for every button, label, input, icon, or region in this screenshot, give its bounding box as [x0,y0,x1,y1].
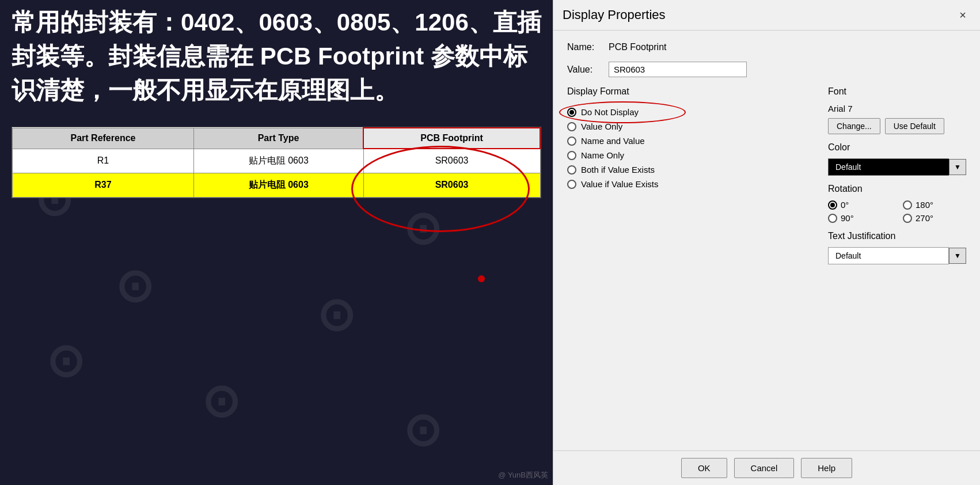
cell-footprint-r37: SR0603 [363,173,540,197]
font-label: Font [828,86,966,97]
radio-value-only[interactable]: Value Only [567,122,811,131]
dialog-footer: OK Cancel Help [553,450,980,485]
do-not-display-wrap: Do Not Display [567,107,639,117]
cell-ref-r1: R1 [13,149,194,173]
left-panel: 常用的封装有：0402、0603、0805、1206、直插封装等。封装信息需在 … [0,0,553,485]
parts-table-container: Part Reference Part Type PCB Footprint R… [12,127,541,198]
watermark-5: ⊙ [403,202,442,255]
radio-name-only-label: Name Only [581,150,624,160]
rotation-180-circle [903,200,912,210]
color-section: Color Default ▼ [828,142,966,176]
radio-value-if-value-exists[interactable]: Value if Value Exists [567,179,811,189]
table-row: R1 贴片电阻 0603 SR0603 [13,149,541,173]
help-button[interactable]: Help [801,458,852,478]
name-field-row: Name: PCB Footprint [567,42,966,52]
rotation-section: Rotation 0° 180° 90° [828,184,966,223]
rotation-grid: 0° 180° 90° 270° [828,200,966,223]
rotation-0[interactable]: 0° [828,200,891,210]
radio-both-if-value-exists[interactable]: Both if Value Exists [567,165,811,175]
rotation-90[interactable]: 90° [828,213,891,223]
cancel-button[interactable]: Cancel [734,458,795,478]
color-dropdown[interactable]: Default ▼ [828,158,966,176]
font-section: Font Arial 7 Change... Use Default [828,86,966,134]
rotation-0-label: 0° [841,200,849,210]
text-justification-arrow[interactable]: ▼ [949,248,966,264]
col-header-part-type: Part Type [193,128,363,149]
rotation-0-circle [828,200,837,210]
cell-type-r1: 贴片电阻 0603 [193,149,363,173]
col-header-part-reference: Part Reference [13,128,194,149]
rotation-270-label: 270° [916,213,933,223]
cell-footprint-r1: SR0603 [363,149,540,173]
ok-button[interactable]: OK [681,458,727,478]
rotation-180[interactable]: 180° [903,200,966,210]
color-label: Color [828,142,966,153]
red-dot [478,275,485,282]
name-label: Name: [567,42,602,52]
right-column: Font Arial 7 Change... Use Default Color… [828,86,966,439]
rotation-270-circle [903,214,912,223]
text-justification-section: Text Justification Default ▼ [828,231,966,264]
cell-ref-r37: R37 [13,173,194,197]
attribution-text: @ YunB西风英 [498,470,548,480]
rotation-90-label: 90° [841,213,854,223]
font-value: Arial 7 [828,104,966,113]
dialog-title: Display Properties [563,7,666,22]
radio-do-not-display-circle [567,108,576,117]
parts-table: Part Reference Part Type PCB Footprint R… [12,127,541,198]
radio-both-if-value-exists-circle [567,165,576,175]
radio-do-not-display-label: Do Not Display [581,107,639,117]
radio-group: Do Not Display Value Only Name and Value… [567,107,811,189]
table-row: R37 贴片电阻 0603 SR0603 [13,173,541,197]
rotation-180-label: 180° [916,200,933,210]
cell-type-r37: 贴片电阻 0603 [193,173,363,197]
radio-name-and-value-circle [567,137,576,146]
radio-name-and-value-label: Name and Value [581,136,645,146]
radio-name-only-circle [567,151,576,160]
display-format-label: Display Format [567,86,811,97]
watermark-2: ⊙ [115,259,154,313]
color-value: Default [828,158,949,176]
chinese-header: 常用的封装有：0402、0603、0805、1206、直插封装等。封装信息需在 … [12,6,541,107]
rotation-270[interactable]: 270° [903,213,966,223]
close-button[interactable]: × [955,7,971,23]
radio-value-if-value-exists-label: Value if Value Exists [581,179,659,189]
rotation-90-circle [828,214,837,223]
value-input[interactable] [609,62,747,77]
value-field-row: Value: [567,62,966,77]
left-column: Display Format Do Not Display Value Only [567,86,811,439]
radio-name-and-value[interactable]: Name and Value [567,136,811,146]
dialog-columns: Display Format Do Not Display Value Only [567,86,966,439]
font-buttons: Change... Use Default [828,118,966,134]
watermark-7: ⊙ [403,403,442,457]
color-dropdown-arrow[interactable]: ▼ [949,159,966,175]
radio-both-if-value-exists-label: Both if Value Exists [581,165,655,175]
col-header-pcb-footprint: PCB Footprint [363,128,540,149]
text-justification-dropdown[interactable]: Default ▼ [828,247,966,264]
display-properties-dialog: Display Properties × Name: PCB Footprint… [553,0,980,485]
watermark-3: ⊙ [46,334,85,388]
radio-value-only-circle [567,122,576,131]
use-default-button[interactable]: Use Default [885,118,944,134]
name-value: PCB Footprint [609,42,666,52]
watermark-6: ⊙ [317,288,355,342]
rotation-label: Rotation [828,184,966,194]
text-justification-value: Default [828,247,949,264]
radio-name-only[interactable]: Name Only [567,150,811,160]
radio-do-not-display[interactable]: Do Not Display [567,107,811,117]
watermark-4: ⊙ [202,374,240,428]
text-justification-label: Text Justification [828,231,966,241]
radio-value-only-label: Value Only [581,122,622,131]
change-font-button[interactable]: Change... [828,118,880,134]
dialog-body: Name: PCB Footprint Value: Display Forma… [553,31,980,450]
value-label: Value: [567,65,602,75]
radio-value-if-value-exists-circle [567,180,576,189]
dialog-titlebar: Display Properties × [553,0,980,31]
